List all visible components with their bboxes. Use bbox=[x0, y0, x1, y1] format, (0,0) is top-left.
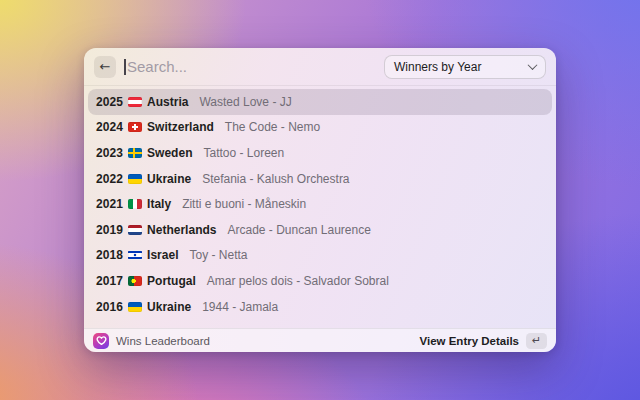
entry-country: Portugal bbox=[147, 274, 196, 288]
list-item[interactable]: 2019 Netherlands Arcade - Duncan Laurenc… bbox=[88, 217, 552, 243]
list-item[interactable]: 2024 Switzerland The Code - Nemo bbox=[88, 115, 552, 141]
entry-song-artist: The Code - Nemo bbox=[225, 120, 320, 134]
mode-dropdown[interactable]: Winners by Year bbox=[384, 55, 546, 79]
list-item[interactable]: 2017 Portugal Amar pelos dois - Salvador… bbox=[88, 268, 552, 294]
list-item[interactable]: 2023 Sweden Tattoo - Loreen bbox=[88, 140, 552, 166]
view-entry-details-button[interactable]: View Entry Details bbox=[420, 335, 520, 347]
text-caret bbox=[124, 59, 126, 75]
entry-country: Italy bbox=[147, 197, 171, 211]
return-key-icon[interactable]: ↵ bbox=[526, 333, 547, 349]
app-name-label: Wins Leaderboard bbox=[116, 335, 413, 347]
entry-song-artist: Zitti e buoni - Måneskin bbox=[182, 197, 306, 211]
entry-song-artist: Toy - Netta bbox=[189, 248, 247, 262]
sweden-flag-icon bbox=[128, 148, 142, 158]
entry-country: Netherlands bbox=[147, 223, 216, 237]
list-item[interactable]: 2022 Ukraine Stefania - Kalush Orchestra bbox=[88, 166, 552, 192]
entry-year: 2022 bbox=[96, 172, 123, 186]
entry-country: Austria bbox=[147, 95, 188, 109]
chevron-down-icon bbox=[528, 60, 538, 70]
entry-song-artist: Tattoo - Loreen bbox=[203, 146, 284, 160]
search-header: ← Winners by Year bbox=[84, 48, 556, 86]
switzerland-flag-icon bbox=[128, 122, 142, 132]
entry-year: 2025 bbox=[96, 95, 123, 109]
heart-logo-icon bbox=[93, 333, 109, 349]
netherlands-flag-icon bbox=[128, 225, 142, 235]
entry-country: Switzerland bbox=[147, 120, 214, 134]
entry-country: Sweden bbox=[147, 146, 192, 160]
entry-song-artist: Wasted Love - JJ bbox=[199, 95, 291, 109]
entry-song-artist: Stefania - Kalush Orchestra bbox=[202, 172, 349, 186]
search-input[interactable] bbox=[124, 58, 376, 75]
entry-year: 2019 bbox=[96, 223, 123, 237]
entry-year: 2023 bbox=[96, 146, 123, 160]
back-button[interactable]: ← bbox=[94, 56, 116, 78]
entry-song-artist: Arcade - Duncan Laurence bbox=[227, 223, 370, 237]
entry-song-artist: 1944 - Jamala bbox=[202, 300, 278, 314]
entry-song-artist: Amar pelos dois - Salvador Sobral bbox=[207, 274, 389, 288]
entry-year: 2017 bbox=[96, 274, 123, 288]
entry-year: 2021 bbox=[96, 197, 123, 211]
list-item[interactable]: 2018 Israel Toy - Netta bbox=[88, 243, 552, 269]
italy-flag-icon bbox=[128, 199, 142, 209]
entry-country: Israel bbox=[147, 248, 178, 262]
mode-dropdown-label: Winners by Year bbox=[394, 60, 481, 74]
entry-country: Ukraine bbox=[147, 300, 191, 314]
command-palette-window: ← Winners by Year 2025 Austria Wasted Lo… bbox=[84, 48, 556, 352]
israel-flag-icon bbox=[128, 250, 142, 260]
footer-bar: Wins Leaderboard View Entry Details ↵ bbox=[84, 328, 556, 352]
list-item[interactable]: 2021 Italy Zitti e buoni - Måneskin bbox=[88, 191, 552, 217]
entry-year: 2016 bbox=[96, 300, 123, 314]
search-field-wrap bbox=[124, 58, 376, 75]
entry-year: 2018 bbox=[96, 248, 123, 262]
portugal-flag-icon bbox=[128, 276, 142, 286]
ukraine-flag-icon bbox=[128, 302, 142, 312]
entry-country: Ukraine bbox=[147, 172, 191, 186]
entry-year: 2024 bbox=[96, 120, 123, 134]
list-item[interactable]: 2025 Austria Wasted Love - JJ bbox=[88, 89, 552, 115]
results-list: 2025 Austria Wasted Love - JJ 2024 Switz… bbox=[84, 86, 556, 328]
austria-flag-icon bbox=[128, 97, 142, 107]
list-item[interactable]: 2016 Ukraine 1944 - Jamala bbox=[88, 294, 552, 320]
ukraine-flag-icon bbox=[128, 174, 142, 184]
